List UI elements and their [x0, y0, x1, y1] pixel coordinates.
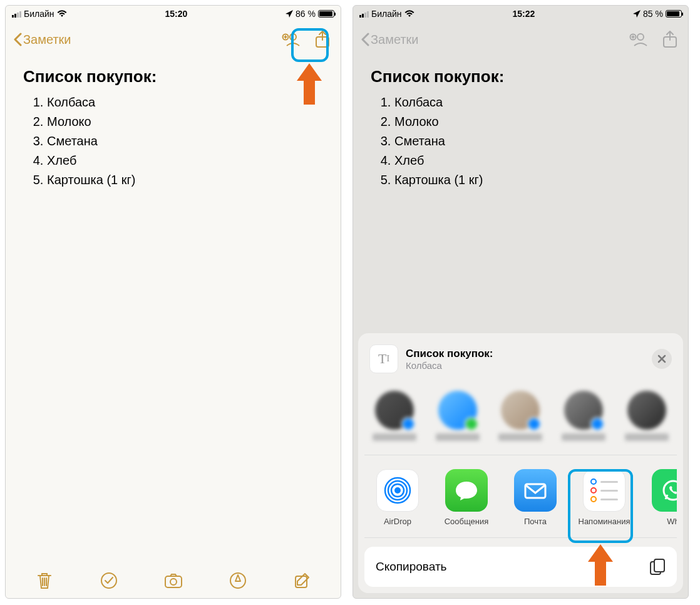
location-icon: [633, 10, 641, 18]
list-item: Картошка (1 кг): [394, 170, 671, 190]
battery-icon: [318, 10, 334, 18]
share-sheet-header: TI Список покупок: Колбаса: [364, 342, 677, 383]
note-content[interactable]: Список покупок: Колбаса Молоко Сметана Х…: [6, 57, 341, 563]
note-title: Список покупок:: [23, 67, 323, 86]
share-sheet-title: Список покупок:: [406, 348, 493, 360]
trash-icon[interactable]: [32, 568, 57, 593]
list-item: Молоко: [47, 112, 323, 132]
share-app-whatsapp[interactable]: Wh: [645, 469, 677, 526]
svg-point-3: [101, 573, 116, 588]
camera-icon[interactable]: [161, 568, 186, 593]
share-sheet: TI Список покупок: Колбаса AirDrop: [358, 333, 683, 593]
app-label: Сообщения: [445, 517, 489, 526]
mail-icon: [514, 469, 557, 512]
share-sheet-subtitle: Колбаса: [406, 360, 493, 371]
contact-item[interactable]: [621, 391, 672, 441]
location-icon: [286, 10, 293, 18]
list-item: Хлеб: [394, 151, 671, 170]
app-label: Wh: [667, 517, 677, 526]
nav-bar: Заметки: [6, 22, 341, 57]
svg-point-5: [170, 579, 177, 585]
list-item: Хлеб: [47, 151, 323, 170]
back-button[interactable]: Заметки: [13, 33, 71, 47]
contact-item[interactable]: [558, 391, 609, 441]
close-button[interactable]: [652, 349, 672, 369]
svg-point-0: [290, 34, 296, 40]
compose-icon[interactable]: [290, 568, 315, 593]
app-label: Напоминания: [579, 517, 631, 526]
app-label: AirDrop: [384, 517, 411, 526]
phone-screenshot-left: Билайн 15:20 86 % Заметки: [5, 5, 341, 599]
checklist-icon[interactable]: [96, 568, 121, 593]
share-app-mail[interactable]: Почта: [507, 469, 564, 526]
share-contacts-row[interactable]: [364, 383, 677, 455]
back-button[interactable]: Заметки: [361, 33, 419, 47]
list-item: Картошка (1 кг): [47, 170, 323, 190]
share-icon[interactable]: [312, 29, 333, 50]
back-label: Заметки: [371, 33, 419, 47]
app-label: Почта: [524, 517, 547, 526]
text-content-icon: TI: [369, 344, 398, 373]
annotation-arrow: [297, 63, 322, 105]
svg-point-11: [394, 487, 401, 494]
share-app-airdrop[interactable]: AirDrop: [369, 469, 426, 526]
whatsapp-icon: [652, 469, 677, 512]
messages-icon: [445, 469, 488, 512]
clock-label: 15:20: [165, 9, 187, 19]
list-item: Сметана: [394, 132, 671, 151]
list-item: Молоко: [394, 112, 671, 132]
annotation-arrow: [588, 544, 613, 586]
share-app-reminders[interactable]: Напоминания: [576, 469, 632, 526]
note-title: Список покупок:: [371, 67, 671, 86]
share-app-messages[interactable]: Сообщения: [438, 469, 495, 526]
signal-icon: [12, 10, 21, 18]
battery-pct-label: 85 %: [643, 9, 663, 19]
battery-pct-label: 86 %: [296, 9, 316, 19]
phone-screenshot-right: Билайн 15:22 85 % Заметки: [353, 5, 689, 599]
share-icon[interactable]: [659, 29, 681, 50]
contact-item[interactable]: [495, 391, 546, 441]
list-item: Колбаса: [394, 93, 671, 112]
signal-icon: [359, 10, 369, 18]
contact-item[interactable]: [369, 391, 420, 441]
svg-point-8: [637, 34, 644, 40]
svg-rect-18: [654, 559, 664, 572]
list-item: Сметана: [47, 132, 323, 151]
battery-icon: [666, 10, 682, 18]
draw-icon[interactable]: [225, 568, 250, 593]
status-bar: Билайн 15:22 85 %: [353, 6, 688, 22]
add-person-icon[interactable]: [281, 29, 302, 50]
note-list: Колбаса Молоко Сметана Хлеб Картошка (1 …: [23, 93, 323, 190]
note-list: Колбаса Молоко Сметана Хлеб Картошка (1 …: [371, 93, 671, 190]
contact-item[interactable]: [433, 391, 483, 441]
wifi-icon: [404, 10, 414, 18]
add-person-icon[interactable]: [628, 29, 649, 50]
bottom-toolbar: [6, 563, 341, 598]
carrier-label: Билайн: [24, 9, 54, 19]
reminders-icon: [583, 469, 625, 512]
clock-label: 15:22: [512, 9, 535, 19]
carrier-label: Билайн: [371, 9, 402, 19]
share-apps-row: AirDrop Сообщения Почта: [364, 455, 677, 538]
svg-rect-4: [165, 576, 182, 587]
copy-action[interactable]: Скопировать: [364, 547, 677, 587]
copy-icon: [649, 558, 666, 576]
list-item: Колбаса: [47, 93, 323, 112]
back-label: Заметки: [23, 33, 71, 47]
wifi-icon: [57, 10, 67, 18]
airdrop-icon: [376, 469, 419, 512]
copy-label: Скопировать: [376, 560, 446, 574]
status-bar: Билайн 15:20 86 %: [6, 6, 341, 22]
nav-bar: Заметки: [353, 22, 688, 57]
